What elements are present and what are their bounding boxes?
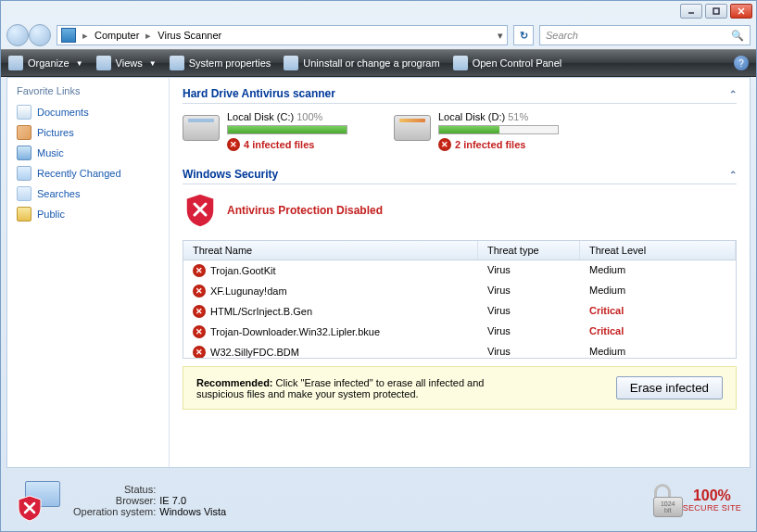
recommendation-bar: Recommended: Click "Erase infected" to e… <box>183 366 737 410</box>
organize-icon <box>8 56 23 70</box>
column-threat-type[interactable]: Threat type <box>478 241 580 260</box>
refresh-button[interactable]: ↻ <box>513 25 534 45</box>
computer-icon <box>61 28 76 43</box>
sidebar-header: Favorite Links <box>17 85 159 96</box>
status-label: Status: <box>73 484 156 495</box>
sidebar-item-label: Recently Changed <box>37 168 121 179</box>
footer: Status: Browser:IE 7.0 Operation system:… <box>6 472 751 529</box>
threat-icon: ✕ <box>193 305 206 318</box>
chevron-right-icon: ▸ <box>143 30 154 42</box>
sidebar-item-documents[interactable]: Documents <box>17 102 159 122</box>
shield-x-icon: ✕ <box>438 138 451 151</box>
chevron-down-icon: ▼ <box>149 59 157 68</box>
sidebar-item-label: Pictures <box>37 127 74 138</box>
progress-bar <box>438 125 559 134</box>
threat-icon: ✕ <box>193 285 206 298</box>
sidebar-item-label: Public <box>37 209 65 220</box>
sidebar-item-recently-changed[interactable]: Recently Changed <box>17 163 159 184</box>
sidebar: Favorite Links DocumentsPicturesMusicRec… <box>7 78 170 467</box>
threat-type: Virus <box>478 262 580 279</box>
forward-button[interactable] <box>29 24 51 46</box>
table-header: Threat Name Threat type Threat Level <box>183 241 736 260</box>
views-icon <box>96 56 111 70</box>
infected-count: ✕4 infected files <box>227 138 347 151</box>
threat-name: Trojan-Downloader.Win32.Lipler.bkue <box>210 326 380 337</box>
uninstall-icon <box>284 56 298 70</box>
uninstall-button[interactable]: Uninstall or change a program <box>284 56 439 70</box>
sidebar-item-public[interactable]: Public <box>17 204 159 224</box>
os-label: Operation system: <box>73 506 156 517</box>
drive-icon <box>183 115 220 141</box>
table-row[interactable]: ✕XF.Lugunay!damVirusMedium <box>183 281 736 301</box>
main-content: Hard Drive Antivirus scanner ⌃ Local Dis… <box>170 78 750 467</box>
organize-button[interactable]: Organize▼ <box>8 56 83 70</box>
secure-badge: 1024bit 100% SECURE SITE <box>648 484 741 517</box>
threat-type: Virus <box>478 283 580 299</box>
table-row[interactable]: ✕W32.SillyFDC.BDMVirusMedium <box>183 342 736 358</box>
drive-0: Local Disk (C:) 100%✕4 infected files <box>183 111 347 151</box>
folder-icon <box>17 146 32 160</box>
lock-icon: 1024bit <box>648 484 677 517</box>
threat-level: Medium <box>580 262 736 279</box>
status-grid: Status: Browser:IE 7.0 Operation system:… <box>73 484 226 517</box>
threat-name: W32.SillyFDC.BDM <box>210 347 299 358</box>
sidebar-item-label: Searches <box>37 188 80 199</box>
explorer-window: ▸ Computer ▸ Virus Scanner ▾ ↻ Search 🔍 … <box>0 0 757 532</box>
system-properties-button[interactable]: System properties <box>170 56 271 70</box>
secure-percent: 100% <box>683 488 741 503</box>
sidebar-item-music[interactable]: Music <box>17 143 159 163</box>
table-row[interactable]: ✕Trojan-Downloader.Win32.Lipler.bkueViru… <box>183 322 736 342</box>
column-threat-level[interactable]: Threat Level <box>580 241 736 260</box>
views-button[interactable]: Views▼ <box>96 56 157 70</box>
drive-label: Local Disk (C:) 100% <box>227 111 347 122</box>
maximize-button[interactable] <box>705 4 727 19</box>
minimize-button[interactable] <box>680 4 702 19</box>
os-value: Windows Vista <box>159 506 226 517</box>
titlebar <box>1 1 756 21</box>
close-button[interactable] <box>730 4 752 19</box>
search-placeholder: Search <box>546 30 578 41</box>
address-dropdown-icon[interactable]: ▾ <box>498 30 503 42</box>
browser-value: IE 7.0 <box>159 495 226 506</box>
sidebar-item-searches[interactable]: Searches <box>17 184 159 204</box>
computer-shield-icon <box>16 481 62 520</box>
shield-x-icon: ✕ <box>227 138 240 151</box>
infected-count: ✕2 infected files <box>438 138 559 151</box>
control-panel-button[interactable]: Open Control Panel <box>453 56 562 70</box>
erase-infected-button[interactable]: Erase infected <box>616 376 723 399</box>
table-row[interactable]: ✕Trojan.GootKitVirusMedium <box>183 260 736 281</box>
threat-icon: ✕ <box>193 346 206 358</box>
threat-name: HTML/ScrInject.B.Gen <box>210 306 312 317</box>
security-section-header: Windows Security ⌃ <box>183 168 737 184</box>
toolbar: Organize▼ Views▼ System properties Unins… <box>1 49 756 77</box>
sidebar-item-pictures[interactable]: Pictures <box>17 122 159 143</box>
threat-name: XF.Lugunay!dam <box>210 285 287 297</box>
threat-name: Trojan.GootKit <box>210 265 276 276</box>
collapse-icon[interactable]: ⌃ <box>729 89 737 99</box>
breadcrumb-root[interactable]: Computer <box>95 30 139 41</box>
progress-bar <box>227 125 347 134</box>
navbar: ▸ Computer ▸ Virus Scanner ▾ ↻ Search 🔍 <box>1 21 756 49</box>
search-input[interactable]: Search 🔍 <box>539 25 751 45</box>
back-button[interactable] <box>6 24 29 46</box>
help-button[interactable]: ? <box>734 56 749 70</box>
collapse-icon[interactable]: ⌃ <box>729 170 737 180</box>
threat-type: Virus <box>478 303 580 320</box>
threat-level: Critical <box>580 323 736 340</box>
folder-icon <box>17 166 32 181</box>
drive-label: Local Disk (D:) 51% <box>438 111 559 122</box>
table-body[interactable]: ✕Trojan.GootKitVirusMedium✕XF.Lugunay!da… <box>183 260 736 358</box>
table-row[interactable]: ✕HTML/ScrInject.B.GenVirusCritical <box>183 301 736 322</box>
av-disabled-text: Antivirus Protection Disabled <box>227 204 383 217</box>
column-threat-name[interactable]: Threat Name <box>183 241 478 260</box>
shield-x-icon <box>183 192 218 229</box>
control-panel-icon <box>453 56 468 70</box>
address-bar[interactable]: ▸ Computer ▸ Virus Scanner ▾ <box>57 25 508 45</box>
threat-table: Threat Name Threat type Threat Level ✕Tr… <box>183 240 737 359</box>
svg-rect-1 <box>713 8 719 14</box>
sidebar-item-label: Documents <box>37 107 89 118</box>
browser-label: Browser: <box>73 495 156 506</box>
folder-icon <box>17 125 32 140</box>
breadcrumb-page[interactable]: Virus Scanner <box>158 30 221 41</box>
threat-type: Virus <box>478 344 580 358</box>
